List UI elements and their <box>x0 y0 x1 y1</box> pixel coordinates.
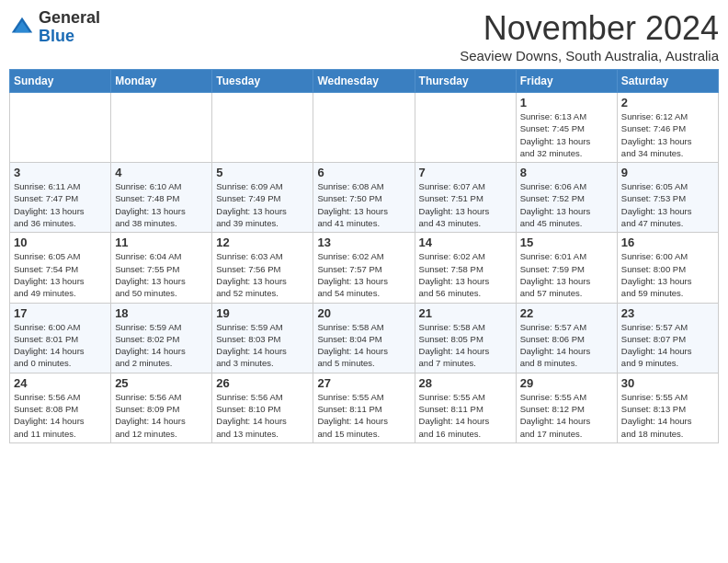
day-number: 23 <box>621 306 714 320</box>
day-number: 25 <box>115 376 208 390</box>
day-info: Sunrise: 6:13 AM Sunset: 7:45 PM Dayligh… <box>520 110 613 159</box>
day-number: 26 <box>216 376 309 390</box>
logo-text: General Blue <box>39 9 100 46</box>
day-info: Sunrise: 6:01 AM Sunset: 7:59 PM Dayligh… <box>520 250 613 299</box>
calendar-cell: 1Sunrise: 6:13 AM Sunset: 7:45 PM Daylig… <box>516 93 617 163</box>
day-number: 6 <box>317 166 410 179</box>
day-info: Sunrise: 5:59 AM Sunset: 8:02 PM Dayligh… <box>115 321 208 370</box>
logo-icon <box>9 15 35 40</box>
weekday-header-sunday: Sunday <box>10 70 111 93</box>
day-number: 1 <box>520 96 613 109</box>
month-title: November 2024 <box>460 9 719 48</box>
day-info: Sunrise: 6:05 AM Sunset: 7:54 PM Dayligh… <box>14 250 107 299</box>
day-info: Sunrise: 6:11 AM Sunset: 7:47 PM Dayligh… <box>14 180 107 229</box>
calendar-cell: 23Sunrise: 5:57 AM Sunset: 8:07 PM Dayli… <box>617 303 718 373</box>
weekday-header-thursday: Thursday <box>415 70 516 93</box>
day-info: Sunrise: 5:57 AM Sunset: 8:07 PM Dayligh… <box>621 321 714 370</box>
day-info: Sunrise: 5:56 AM Sunset: 8:08 PM Dayligh… <box>14 391 107 440</box>
weekday-header-monday: Monday <box>111 70 212 93</box>
calendar-cell <box>212 93 313 163</box>
calendar-cell: 7Sunrise: 6:07 AM Sunset: 7:51 PM Daylig… <box>415 163 516 233</box>
location-subtitle: Seaview Downs, South Australia, Australi… <box>460 48 719 63</box>
calendar-cell: 8Sunrise: 6:06 AM Sunset: 7:52 PM Daylig… <box>516 163 617 233</box>
day-number: 10 <box>14 236 107 249</box>
day-info: Sunrise: 5:55 AM Sunset: 8:13 PM Dayligh… <box>621 391 714 440</box>
day-info: Sunrise: 6:04 AM Sunset: 7:55 PM Dayligh… <box>115 250 208 299</box>
calendar-cell: 17Sunrise: 6:00 AM Sunset: 8:01 PM Dayli… <box>10 303 111 373</box>
calendar-cell <box>111 93 212 163</box>
day-info: Sunrise: 5:55 AM Sunset: 8:12 PM Dayligh… <box>520 391 613 440</box>
day-info: Sunrise: 5:56 AM Sunset: 8:09 PM Dayligh… <box>115 391 208 440</box>
day-number: 14 <box>419 236 512 249</box>
day-info: Sunrise: 6:05 AM Sunset: 7:53 PM Dayligh… <box>621 180 714 229</box>
calendar-cell: 18Sunrise: 5:59 AM Sunset: 8:02 PM Dayli… <box>111 303 212 373</box>
day-info: Sunrise: 5:55 AM Sunset: 8:11 PM Dayligh… <box>419 391 512 440</box>
day-number: 27 <box>317 376 410 390</box>
calendar-cell: 27Sunrise: 5:55 AM Sunset: 8:11 PM Dayli… <box>313 373 415 442</box>
day-number: 22 <box>520 306 613 320</box>
day-info: Sunrise: 6:00 AM Sunset: 8:00 PM Dayligh… <box>621 250 714 299</box>
calendar-cell: 14Sunrise: 6:02 AM Sunset: 7:58 PM Dayli… <box>415 233 516 303</box>
day-number: 17 <box>14 306 107 320</box>
calendar-cell: 30Sunrise: 5:55 AM Sunset: 8:13 PM Dayli… <box>617 373 718 442</box>
day-number: 11 <box>115 236 208 249</box>
day-info: Sunrise: 5:56 AM Sunset: 8:10 PM Dayligh… <box>216 391 309 440</box>
calendar-cell <box>313 93 415 163</box>
calendar-week-row: 10Sunrise: 6:05 AM Sunset: 7:54 PM Dayli… <box>10 233 719 303</box>
title-area: November 2024 Seaview Downs, South Austr… <box>460 9 719 63</box>
day-number: 7 <box>419 166 512 179</box>
day-number: 21 <box>419 306 512 320</box>
calendar-cell: 5Sunrise: 6:09 AM Sunset: 7:49 PM Daylig… <box>212 163 313 233</box>
day-number: 4 <box>115 166 208 179</box>
calendar-cell: 22Sunrise: 5:57 AM Sunset: 8:06 PM Dayli… <box>516 303 617 373</box>
weekday-header-wednesday: Wednesday <box>313 70 415 93</box>
calendar-cell <box>10 93 111 163</box>
day-info: Sunrise: 6:08 AM Sunset: 7:50 PM Dayligh… <box>317 180 410 229</box>
day-info: Sunrise: 6:06 AM Sunset: 7:52 PM Dayligh… <box>520 180 613 229</box>
weekday-header-friday: Friday <box>516 70 617 93</box>
calendar-cell: 13Sunrise: 6:02 AM Sunset: 7:57 PM Dayli… <box>313 233 415 303</box>
day-number: 9 <box>621 166 714 179</box>
day-info: Sunrise: 5:58 AM Sunset: 8:04 PM Dayligh… <box>317 321 410 370</box>
day-number: 24 <box>14 376 107 390</box>
calendar-cell: 16Sunrise: 6:00 AM Sunset: 8:00 PM Dayli… <box>617 233 718 303</box>
day-info: Sunrise: 5:55 AM Sunset: 8:11 PM Dayligh… <box>317 391 410 440</box>
day-info: Sunrise: 5:59 AM Sunset: 8:03 PM Dayligh… <box>216 321 309 370</box>
logo: General Blue <box>9 9 100 46</box>
day-number: 15 <box>520 236 613 249</box>
page-header: General Blue November 2024 Seaview Downs… <box>9 9 719 63</box>
calendar-cell: 29Sunrise: 5:55 AM Sunset: 8:12 PM Dayli… <box>516 373 617 442</box>
day-info: Sunrise: 6:00 AM Sunset: 8:01 PM Dayligh… <box>14 321 107 370</box>
calendar-cell: 26Sunrise: 5:56 AM Sunset: 8:10 PM Dayli… <box>212 373 313 442</box>
calendar-week-row: 24Sunrise: 5:56 AM Sunset: 8:08 PM Dayli… <box>10 373 719 442</box>
day-number: 8 <box>520 166 613 179</box>
calendar-cell: 28Sunrise: 5:55 AM Sunset: 8:11 PM Dayli… <box>415 373 516 442</box>
calendar-cell: 6Sunrise: 6:08 AM Sunset: 7:50 PM Daylig… <box>313 163 415 233</box>
calendar-week-row: 17Sunrise: 6:00 AM Sunset: 8:01 PM Dayli… <box>10 303 719 373</box>
calendar-header-row: SundayMondayTuesdayWednesdayThursdayFrid… <box>10 70 719 93</box>
calendar-week-row: 3Sunrise: 6:11 AM Sunset: 7:47 PM Daylig… <box>10 163 719 233</box>
day-number: 19 <box>216 306 309 320</box>
day-info: Sunrise: 6:09 AM Sunset: 7:49 PM Dayligh… <box>216 180 309 229</box>
calendar-cell: 21Sunrise: 5:58 AM Sunset: 8:05 PM Dayli… <box>415 303 516 373</box>
day-number: 16 <box>621 236 714 249</box>
day-number: 18 <box>115 306 208 320</box>
day-number: 13 <box>317 236 410 249</box>
calendar-cell: 10Sunrise: 6:05 AM Sunset: 7:54 PM Dayli… <box>10 233 111 303</box>
day-number: 30 <box>621 376 714 390</box>
day-info: Sunrise: 5:58 AM Sunset: 8:05 PM Dayligh… <box>419 321 512 370</box>
day-number: 3 <box>14 166 107 179</box>
calendar-cell: 19Sunrise: 5:59 AM Sunset: 8:03 PM Dayli… <box>212 303 313 373</box>
calendar-cell: 9Sunrise: 6:05 AM Sunset: 7:53 PM Daylig… <box>617 163 718 233</box>
calendar-cell: 11Sunrise: 6:04 AM Sunset: 7:55 PM Dayli… <box>111 233 212 303</box>
day-number: 29 <box>520 376 613 390</box>
day-info: Sunrise: 6:12 AM Sunset: 7:46 PM Dayligh… <box>621 110 714 159</box>
calendar-table: SundayMondayTuesdayWednesdayThursdayFrid… <box>9 69 719 443</box>
calendar-cell: 12Sunrise: 6:03 AM Sunset: 7:56 PM Dayli… <box>212 233 313 303</box>
calendar-cell <box>415 93 516 163</box>
calendar-cell: 24Sunrise: 5:56 AM Sunset: 8:08 PM Dayli… <box>10 373 111 442</box>
day-number: 20 <box>317 306 410 320</box>
day-info: Sunrise: 6:07 AM Sunset: 7:51 PM Dayligh… <box>419 180 512 229</box>
weekday-header-saturday: Saturday <box>617 70 718 93</box>
calendar-cell: 20Sunrise: 5:58 AM Sunset: 8:04 PM Dayli… <box>313 303 415 373</box>
